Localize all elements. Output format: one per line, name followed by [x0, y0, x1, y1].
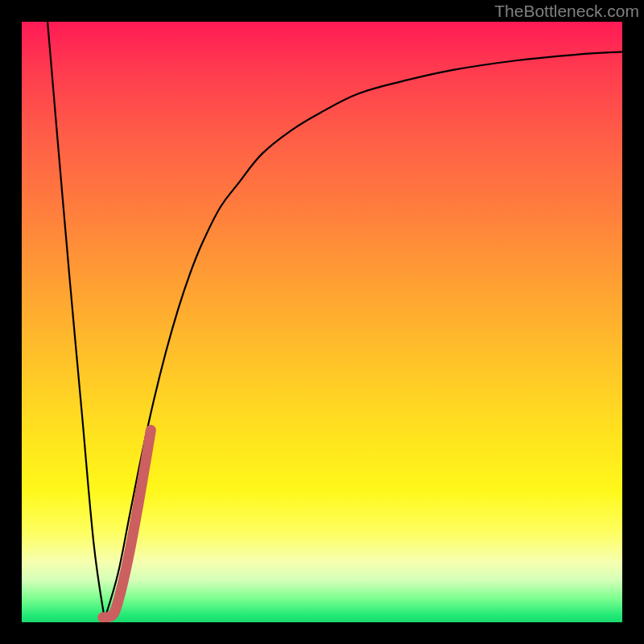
accent-curve: [103, 430, 151, 617]
series-left-descent: [47, 22, 105, 619]
watermark-text: TheBottleneck.com: [494, 2, 639, 21]
chart-frame: TheBottleneck.com: [0, 0, 644, 644]
series-accent-segment: [103, 430, 151, 617]
curve-layer: [22, 22, 622, 622]
plot-area: [22, 22, 622, 622]
series-right-rise: [105, 52, 622, 619]
